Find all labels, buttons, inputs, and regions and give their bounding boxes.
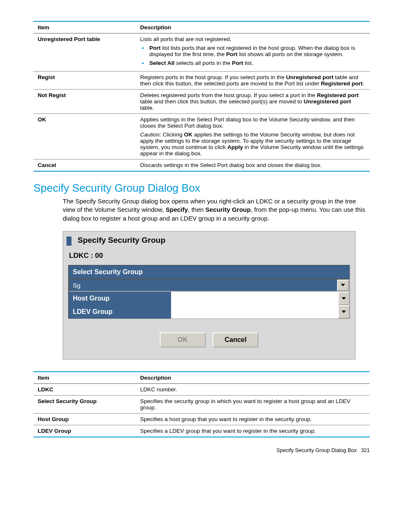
- table1-head-desc: Description: [136, 21, 370, 33]
- ldkc-label: LDKC : 00: [63, 250, 355, 265]
- table-item-cell: Not Regist: [33, 90, 136, 114]
- ldev-group-dropdown-button[interactable]: [338, 305, 350, 319]
- ldev-group-label: LDEV Group: [69, 305, 171, 319]
- table-item-cell: Unregistered Port table: [33, 33, 136, 72]
- footer-page: 321: [361, 447, 370, 453]
- table-item-cell: LDEV Group: [33, 425, 136, 437]
- security-group-combo-input[interactable]: [69, 280, 337, 291]
- dialog-title: Specify Security Group: [77, 236, 165, 244]
- section-title: Specify Security Group Dialog Box: [33, 182, 370, 195]
- ok-button[interactable]: OK: [160, 332, 206, 347]
- table2-head-item: Item: [33, 372, 136, 384]
- section-body: The Specify Security Group dialog box op…: [33, 197, 370, 223]
- footer-label: Specify Security Group Dialog Box: [276, 447, 357, 453]
- table2-head-desc: Description: [136, 372, 370, 384]
- dialog-title-icon: [66, 236, 72, 246]
- page-footer: Specify Security Group Dialog Box 321: [33, 447, 370, 453]
- chevron-down-icon: [342, 297, 346, 300]
- table-desc-cell: Discards settings in the Select Port dia…: [136, 159, 370, 172]
- table-desc-cell: Specifies the security group in which yo…: [136, 395, 370, 413]
- security-group-dropdown-button[interactable]: [337, 280, 349, 291]
- table-desc-cell: LDKC number.: [136, 383, 370, 395]
- table-item-cell: Regist: [33, 72, 136, 90]
- chevron-down-icon: [341, 284, 345, 286]
- table1-head-item: Item: [33, 21, 136, 33]
- table-desc-cell: Deletes registered ports from the host g…: [136, 90, 370, 114]
- host-group-input[interactable]: [171, 292, 338, 305]
- select-security-group-label: Select Security Group: [69, 265, 350, 279]
- host-group-label: Host Group: [69, 292, 171, 305]
- chevron-down-icon: [342, 311, 346, 313]
- table-item-cell: Select Security Group: [33, 395, 136, 413]
- table-item-cell: Cancel: [33, 159, 136, 172]
- svg-marker-0: [341, 284, 345, 286]
- table-item-cell: Host Group: [33, 413, 136, 425]
- table-desc-cell: Lists all ports that are not registered.…: [136, 33, 370, 72]
- specify-security-group-dialog: Specify Security Group LDKC : 00 Select …: [63, 231, 356, 360]
- table-desc-cell: Registers ports in the host group. If yo…: [136, 72, 370, 90]
- ldev-group-input[interactable]: [171, 305, 338, 319]
- svg-marker-1: [342, 297, 346, 300]
- svg-marker-2: [342, 311, 346, 313]
- table-desc-cell: Specifies a host group that you want to …: [136, 413, 370, 425]
- table-item-cell: OK: [33, 114, 136, 159]
- items-description-table-1: Item Description Unregistered Port table…: [33, 21, 370, 172]
- table-item-cell: LDKC: [33, 383, 136, 395]
- host-group-dropdown-button[interactable]: [338, 292, 350, 305]
- table-desc-cell: Specifies a LDEV group that you want to …: [136, 425, 370, 437]
- table-desc-cell: Applies settings in the Select Port dial…: [136, 114, 370, 159]
- cancel-button[interactable]: Cancel: [212, 332, 258, 347]
- items-description-table-2: Item Description LDKCLDKC number.Select …: [33, 371, 370, 437]
